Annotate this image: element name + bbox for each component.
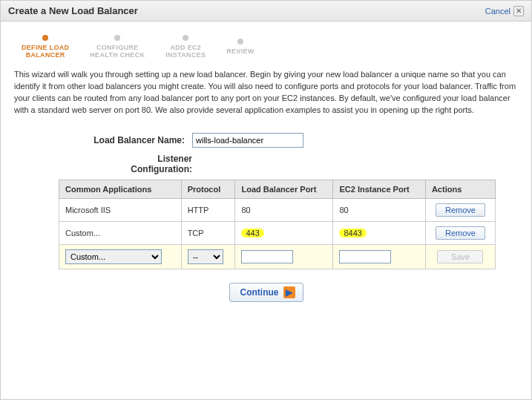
- listener-config-label: Listener Configuration:: [66, 154, 192, 175]
- wizard-stepper: DEFINE LOAD BALANCER CONFIGURE HEALTH CH…: [22, 35, 518, 59]
- continue-label: Continue: [240, 287, 279, 298]
- step-review: REVIEW: [226, 39, 254, 55]
- cell-lb-port: 80: [235, 198, 333, 221]
- cell-app: Microsoft IIS: [59, 198, 182, 221]
- col-ec2-port: EC2 Instance Port: [333, 180, 425, 198]
- remove-button[interactable]: Remove: [436, 226, 485, 240]
- step-add-ec2-instances: ADD EC2 INSTANCES: [165, 35, 206, 59]
- cell-ec2-port: 80: [333, 198, 425, 221]
- cancel-link[interactable]: Cancel: [485, 7, 510, 16]
- dialog-title: Create a New Load Balancer: [8, 5, 138, 16]
- highlight-lb-port: 443: [241, 229, 263, 237]
- col-protocol: Protocol: [181, 180, 235, 198]
- step-circle-icon: [42, 35, 48, 41]
- save-button[interactable]: Save: [437, 250, 483, 263]
- cell-protocol: TCP: [181, 221, 235, 244]
- ec2-port-input[interactable]: [339, 250, 391, 263]
- intro-text: This wizard will walk you through settin…: [14, 69, 518, 117]
- cell-app: Custom...: [59, 221, 182, 244]
- col-actions: Actions: [425, 180, 495, 198]
- listener-table: Common Applications Protocol Load Balanc…: [59, 180, 496, 269]
- cell-protocol: HTTP: [181, 198, 235, 221]
- table-row: Microsoft IIS HTTP 80 80 Remove: [59, 198, 496, 221]
- lb-name-label: Load Balancer Name:: [66, 135, 192, 145]
- close-icon[interactable]: ✕: [513, 6, 524, 16]
- arrow-right-icon: ▶: [283, 286, 295, 298]
- dialog-titlebar: Create a New Load Balancer Cancel ✕: [1, 1, 531, 22]
- common-app-select[interactable]: Custom...: [65, 249, 162, 264]
- step-define-load-balancer: DEFINE LOAD BALANCER: [22, 35, 69, 59]
- remove-button[interactable]: Remove: [436, 203, 485, 217]
- step-circle-icon: [114, 35, 120, 41]
- table-input-row: Custom... -- Save: [59, 244, 496, 269]
- col-lb-port: Load Balancer Port: [235, 180, 333, 198]
- table-row: Custom... TCP 443 8443 Remove: [59, 221, 496, 244]
- step-circle-icon: [237, 39, 243, 45]
- cell-lb-port: 443: [235, 221, 333, 244]
- continue-button[interactable]: Continue ▶: [229, 283, 303, 302]
- lb-name-input[interactable]: [192, 133, 303, 148]
- protocol-select[interactable]: --: [188, 249, 223, 264]
- highlight-ec2-port: 8443: [339, 229, 366, 237]
- step-configure-health-check: CONFIGURE HEALTH CHECK: [90, 35, 145, 59]
- step-circle-icon: [183, 35, 188, 41]
- lb-port-input[interactable]: [241, 250, 293, 263]
- col-common-applications: Common Applications: [59, 180, 182, 198]
- cell-ec2-port: 8443: [333, 221, 425, 244]
